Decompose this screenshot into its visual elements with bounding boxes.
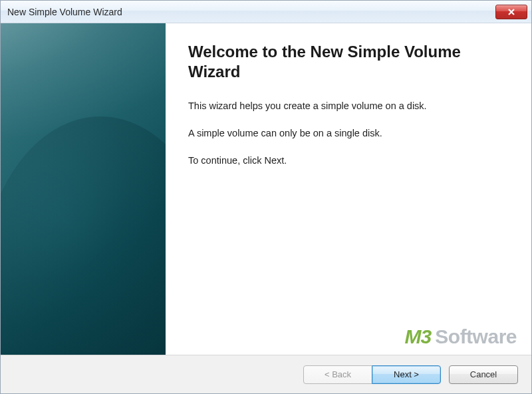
next-button[interactable]: Next > [372, 365, 441, 384]
wizard-paragraph-2: A simple volume can only be on a single … [188, 126, 506, 140]
watermark-brand: M3 [405, 325, 432, 348]
wizard-heading: Welcome to the New Simple Volume Wizard [188, 42, 506, 82]
wizard-paragraph-3: To continue, click Next. [188, 154, 506, 168]
watermark: M3 Software [405, 325, 517, 348]
wizard-window: New Simple Volume Wizard Welcome to the … [0, 0, 532, 394]
close-icon [507, 8, 515, 16]
titlebar: New Simple Volume Wizard [1, 1, 531, 23]
nav-button-group: < Back Next > [303, 365, 441, 384]
button-bar: < Back Next > Cancel [1, 355, 531, 393]
back-button: < Back [303, 365, 372, 384]
watermark-word: Software [435, 325, 517, 348]
window-title: New Simple Volume Wizard [7, 7, 122, 17]
cancel-button[interactable]: Cancel [449, 365, 518, 384]
wizard-paragraph-1: This wizard helps you create a simple vo… [188, 99, 506, 113]
close-button[interactable] [495, 5, 527, 19]
wizard-side-graphic [1, 23, 166, 355]
wizard-body: Welcome to the New Simple Volume Wizard … [1, 23, 531, 355]
wizard-content: Welcome to the New Simple Volume Wizard … [166, 23, 531, 355]
